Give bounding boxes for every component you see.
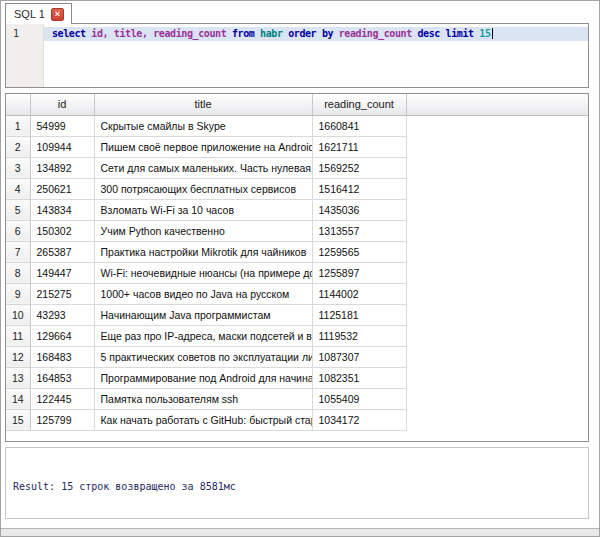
reading-count-cell[interactable]: 1144002 (312, 283, 406, 304)
reading-count-cell[interactable]: 1435036 (312, 199, 406, 220)
id-cell[interactable]: 150302 (30, 220, 94, 241)
id-cell[interactable]: 43293 (30, 304, 94, 325)
table-row[interactable]: 7265387Практика настройки Mikrotik для ч… (6, 241, 588, 262)
id-cell[interactable]: 149447 (30, 262, 94, 283)
table-row[interactable]: 121684835 практических советов по эксплу… (6, 346, 588, 367)
sql-token: 15 (479, 28, 490, 39)
table-row[interactable]: 13164853Программирование под Android для… (6, 367, 588, 388)
reading-count-cell[interactable]: 1119532 (312, 325, 406, 346)
filler-cell (406, 325, 588, 346)
reading-count-cell[interactable]: 1313557 (312, 220, 406, 241)
id-cell[interactable]: 129664 (30, 325, 94, 346)
title-cell[interactable]: Начинающим Java программистам (94, 304, 312, 325)
id-cell[interactable]: 109944 (30, 136, 94, 157)
id-cell[interactable]: 122445 (30, 388, 94, 409)
row-number-cell[interactable]: 3 (6, 157, 30, 178)
title-cell[interactable]: Wi-Fi: неочевидные нюансы (на примере до… (94, 262, 312, 283)
title-cell[interactable]: Взломать Wi-Fi за 10 часов (94, 199, 312, 220)
title-cell[interactable]: Еще раз про IP-адреса, маски подсетей и … (94, 325, 312, 346)
sql-query-line[interactable]: select id, title, reading_count from hab… (44, 27, 588, 41)
row-number-cell[interactable]: 6 (6, 220, 30, 241)
row-number-cell[interactable]: 13 (6, 367, 30, 388)
table-row[interactable]: 6150302Учим Python качественно1313557 (6, 220, 588, 241)
line-number-gutter: 1 (6, 24, 44, 87)
reading-count-cell[interactable]: 1621711 (312, 136, 406, 157)
table-row[interactable]: 1043293Начинающим Java программистам1125… (6, 304, 588, 325)
title-cell[interactable]: 300 потрясающих бесплатных сервисов (94, 178, 312, 199)
id-cell[interactable]: 125799 (30, 409, 94, 430)
reading-count-cell[interactable]: 1569252 (312, 157, 406, 178)
reading-count-cell[interactable]: 1660841 (312, 115, 406, 136)
title-cell[interactable]: Программирование под Android для начинаю… (94, 367, 312, 388)
text-cursor (492, 28, 493, 39)
table-row[interactable]: 4250621300 потрясающих бесплатных сервис… (6, 178, 588, 199)
sql-token: select (52, 28, 86, 39)
filler-cell (406, 157, 588, 178)
sql-client-window: SQL 1 × 1 select id, title, reading_coun… (0, 0, 600, 537)
table-row[interactable]: 8149447Wi-Fi: неочевидные нюансы (на при… (6, 262, 588, 283)
title-cell[interactable]: Сети для самых маленьких. Часть нулевая.… (94, 157, 312, 178)
sql-token: , (142, 28, 153, 39)
filler-cell (406, 220, 588, 241)
sql-token: order (288, 28, 316, 39)
id-cell[interactable]: 54999 (30, 115, 94, 136)
table-row[interactable]: 15125799Как начать работать с GitHub: бы… (6, 409, 588, 430)
row-number-cell[interactable]: 11 (6, 325, 30, 346)
row-number-cell[interactable]: 4 (6, 178, 30, 199)
row-number-cell[interactable]: 15 (6, 409, 30, 430)
reading-count-cell[interactable]: 1034172 (312, 409, 406, 430)
id-cell[interactable]: 143834 (30, 199, 94, 220)
table-row[interactable]: 154999Скрытые смайлы в Skype1660841 (6, 115, 588, 136)
row-number-header[interactable] (6, 94, 30, 115)
reading-count-cell[interactable]: 1087307 (312, 346, 406, 367)
filler-cell (406, 346, 588, 367)
reading-count-cell[interactable]: 1125181 (312, 304, 406, 325)
id-cell[interactable]: 265387 (30, 241, 94, 262)
column-header-reading_count[interactable]: reading_count (312, 94, 406, 115)
table-row[interactable]: 5143834Взломать Wi-Fi за 10 часов1435036 (6, 199, 588, 220)
table-row[interactable]: 3134892Сети для самых маленьких. Часть н… (6, 157, 588, 178)
sql-token: from (232, 28, 254, 39)
row-number-cell[interactable]: 7 (6, 241, 30, 262)
results-table: idtitlereading_count 154999Скрытые смайл… (6, 94, 588, 431)
reading-count-cell[interactable]: 1055409 (312, 388, 406, 409)
column-header-id[interactable]: id (30, 94, 94, 115)
table-row[interactable]: 2109944Пишем своё первое приложение на A… (6, 136, 588, 157)
title-cell[interactable]: 1000+ часов видео по Java на русском (94, 283, 312, 304)
close-icon[interactable]: × (51, 8, 64, 21)
id-cell[interactable]: 250621 (30, 178, 94, 199)
row-number-cell[interactable]: 12 (6, 346, 30, 367)
table-row[interactable]: 14122445Памятка пользователям ssh1055409 (6, 388, 588, 409)
filler-cell (406, 115, 588, 136)
id-cell[interactable]: 215275 (30, 283, 94, 304)
table-row[interactable]: 92152751000+ часов видео по Java на русс… (6, 283, 588, 304)
title-cell[interactable]: Пишем своё первое приложение на Android (94, 136, 312, 157)
title-cell[interactable]: Учим Python качественно (94, 220, 312, 241)
title-cell[interactable]: Памятка пользователям ssh (94, 388, 312, 409)
reading-count-cell[interactable]: 1516412 (312, 178, 406, 199)
reading-count-cell[interactable]: 1082351 (312, 367, 406, 388)
row-number-cell[interactable]: 10 (6, 304, 30, 325)
id-cell[interactable]: 164853 (30, 367, 94, 388)
row-number-cell[interactable]: 9 (6, 283, 30, 304)
row-number-cell[interactable]: 1 (6, 115, 30, 136)
sql-editor[interactable]: 1 select id, title, reading_count from h… (5, 23, 589, 88)
tab-sql-1[interactable]: SQL 1 × (5, 3, 72, 24)
title-cell[interactable]: Как начать работать с GitHub: быстрый ст… (94, 409, 312, 430)
id-cell[interactable]: 134892 (30, 157, 94, 178)
id-cell[interactable]: 168483 (30, 346, 94, 367)
row-number-cell[interactable]: 8 (6, 262, 30, 283)
status-line-result: Result: 15 строк возвращено за 8581мс (13, 480, 581, 494)
row-number-cell[interactable]: 5 (6, 199, 30, 220)
column-header-title[interactable]: title (94, 94, 312, 115)
title-cell[interactable]: Скрытые смайлы в Skype (94, 115, 312, 136)
reading-count-cell[interactable]: 1259565 (312, 241, 406, 262)
title-cell[interactable]: 5 практических советов по эксплуатации л… (94, 346, 312, 367)
table-row[interactable]: 11129664Еще раз про IP-адреса, маски под… (6, 325, 588, 346)
row-number-cell[interactable]: 2 (6, 136, 30, 157)
header-row: idtitlereading_count (6, 94, 588, 115)
row-number-cell[interactable]: 14 (6, 388, 30, 409)
filler-cell (406, 178, 588, 199)
reading-count-cell[interactable]: 1255897 (312, 262, 406, 283)
title-cell[interactable]: Практика настройки Mikrotik для чайников (94, 241, 312, 262)
